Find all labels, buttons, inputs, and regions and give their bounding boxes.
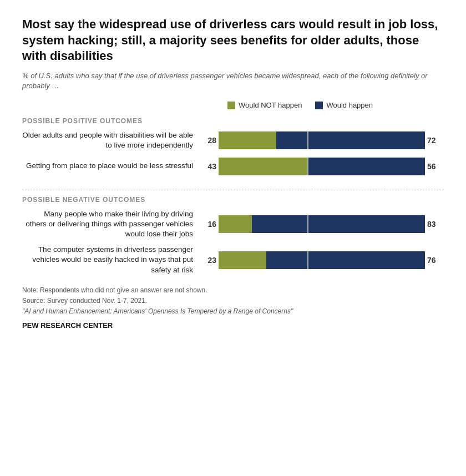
val-happen: 76 — [427, 256, 444, 265]
chart: Possible Positive OutcomesOlder adults a… — [22, 117, 444, 275]
legend-happen: Would happen — [315, 101, 373, 109]
val-happen: 56 — [427, 162, 444, 171]
bars — [219, 158, 425, 175]
row-label: Many people who make their living by dri… — [22, 209, 200, 240]
val-not-happen: 28 — [200, 136, 216, 145]
section-0: Possible Positive OutcomesOlder adults a… — [22, 117, 444, 190]
bar-container: 1683 — [200, 214, 444, 234]
source-org: PEW RESEARCH CENTER — [22, 320, 444, 332]
chart-row: The computer systems in driverless passe… — [22, 245, 444, 275]
legend-not-happen: Would NOT happen — [227, 101, 302, 109]
bar-olive — [219, 158, 308, 175]
val-happen: 83 — [427, 220, 444, 229]
chart-row: Older adults and people with disabilitie… — [22, 130, 444, 150]
divider-line — [307, 215, 308, 233]
bar-wrapper: 2872 — [200, 131, 444, 149]
val-happen: 72 — [427, 136, 444, 145]
divider-line — [307, 158, 308, 175]
val-not-happen: 23 — [200, 256, 216, 265]
val-not-happen: 43 — [200, 162, 216, 171]
notes-section: Note: Respondents who did not give an an… — [22, 285, 444, 332]
bar-navy — [266, 251, 425, 269]
bar-wrapper: 4356 — [200, 158, 444, 175]
section-label-1: Possible Negative Outcomes — [22, 196, 444, 204]
row-label: Getting from place to place would be les… — [22, 161, 200, 171]
bar-wrapper: 2376 — [200, 251, 444, 269]
note-line-2: Source: Survey conducted Nov. 1-7, 2021. — [22, 296, 444, 306]
row-label: The computer systems in driverless passe… — [22, 245, 200, 275]
legend-happen-label: Would happen — [326, 101, 373, 109]
bars — [219, 251, 425, 269]
divider-line — [307, 251, 308, 269]
divider-line — [307, 131, 308, 149]
note-line-3: "AI and Human Enhancement: Americans' Op… — [22, 306, 444, 317]
row-label: Older adults and people with disabilitie… — [22, 130, 200, 150]
bar-container: 4356 — [200, 156, 444, 176]
section-1: Possible Negative OutcomesMany people wh… — [22, 196, 444, 275]
navy-swatch — [315, 102, 323, 109]
bar-navy — [308, 158, 425, 175]
val-not-happen: 16 — [200, 220, 216, 229]
note-line-1: Note: Respondents who did not give an an… — [22, 285, 444, 296]
olive-swatch — [227, 102, 235, 109]
legend-not-happen-label: Would NOT happen — [239, 101, 302, 109]
chart-area-1: Many people who make their living by dri… — [22, 209, 444, 275]
bar-olive — [219, 215, 252, 233]
bar-container: 2872 — [200, 130, 444, 150]
chart-area-0: Older adults and people with disabilitie… — [22, 130, 444, 190]
page-title: Most say the widespread use of driverles… — [22, 17, 444, 64]
chart-row: Many people who make their living by dri… — [22, 209, 444, 240]
section-label-0: Possible Positive Outcomes — [22, 117, 444, 125]
chart-row: Getting from place to place would be les… — [22, 156, 444, 176]
bar-olive — [219, 251, 266, 269]
bar-wrapper: 1683 — [200, 215, 444, 233]
bars — [219, 131, 425, 149]
subtitle: % of U.S. adults who say that if the use… — [22, 71, 444, 91]
legend: Would NOT happen Would happen — [227, 101, 444, 109]
bars — [219, 215, 425, 233]
bar-container: 2376 — [200, 250, 444, 270]
bar-olive — [219, 131, 276, 149]
bar-navy — [276, 131, 425, 149]
bar-navy — [252, 215, 425, 233]
